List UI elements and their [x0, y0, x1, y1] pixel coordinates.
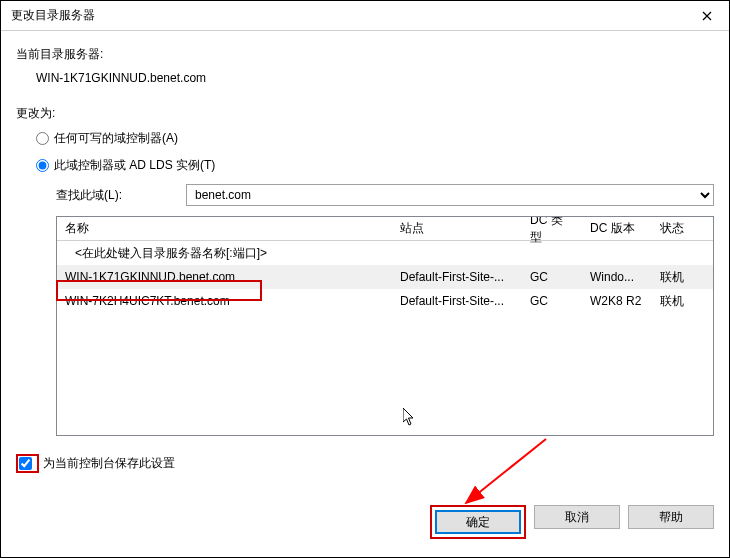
table-header: 名称 站点 DC 类型 DC 版本 状态: [57, 217, 713, 241]
checkbox-label: 为当前控制台保存此设置: [43, 455, 175, 472]
dc-table: 名称 站点 DC 类型 DC 版本 状态 <在此处键入目录服务器名称[:端口]>…: [56, 216, 714, 436]
th-dcver[interactable]: DC 版本: [582, 216, 652, 241]
checkbox-highlight: [16, 454, 39, 473]
cancel-button[interactable]: 取消: [534, 505, 620, 529]
current-server-label: 当前目录服务器:: [16, 46, 714, 63]
cell-name: WIN-1K71GKINNUD.benet.com: [57, 266, 392, 288]
radio-this-label: 此域控制器或 AD LDS 实例(T): [54, 157, 215, 174]
table-placeholder-row[interactable]: <在此处键入目录服务器名称[:端口]>: [57, 241, 713, 265]
radio-any-input[interactable]: [36, 132, 49, 145]
domain-select[interactable]: benet.com: [186, 184, 714, 206]
table-row[interactable]: WIN-1K71GKINNUD.benet.com Default-First-…: [57, 265, 713, 289]
th-name[interactable]: 名称: [57, 216, 392, 241]
th-dctype[interactable]: DC 类型: [522, 216, 582, 250]
cell-dctype: GC: [522, 290, 582, 312]
radio-this-dc[interactable]: 此域控制器或 AD LDS 实例(T): [36, 157, 714, 174]
cell-dcver: W2K8 R2: [582, 290, 652, 312]
save-settings-checkbox[interactable]: [19, 457, 32, 470]
ok-highlight: 确定: [430, 505, 526, 539]
ok-button[interactable]: 确定: [435, 510, 521, 534]
cell-site: Default-First-Site-...: [392, 266, 522, 288]
th-status[interactable]: 状态: [652, 216, 702, 241]
radio-any-writable[interactable]: 任何可写的域控制器(A): [36, 130, 714, 147]
window-title: 更改目录服务器: [11, 7, 95, 24]
close-button[interactable]: [684, 1, 729, 31]
cell-status: 联机: [652, 289, 702, 314]
cell-status: 联机: [652, 265, 702, 290]
radio-this-input[interactable]: [36, 159, 49, 172]
cell-site: Default-First-Site-...: [392, 290, 522, 312]
current-server-value: WIN-1K71GKINNUD.benet.com: [36, 71, 714, 85]
cell-dctype: GC: [522, 266, 582, 288]
table-row[interactable]: WIN-7K2H4UIC7KT.benet.com Default-First-…: [57, 289, 713, 313]
help-button[interactable]: 帮助: [628, 505, 714, 529]
th-site[interactable]: 站点: [392, 216, 522, 241]
cell-dcver: Windo...: [582, 266, 652, 288]
placeholder-text: <在此处键入目录服务器名称[:端口]>: [57, 241, 392, 266]
radio-any-label: 任何可写的域控制器(A): [54, 130, 178, 147]
close-icon: [702, 11, 712, 21]
cell-name: WIN-7K2H4UIC7KT.benet.com: [57, 290, 392, 312]
search-domain-label: 查找此域(L):: [56, 187, 186, 204]
change-to-label: 更改为:: [16, 105, 714, 122]
